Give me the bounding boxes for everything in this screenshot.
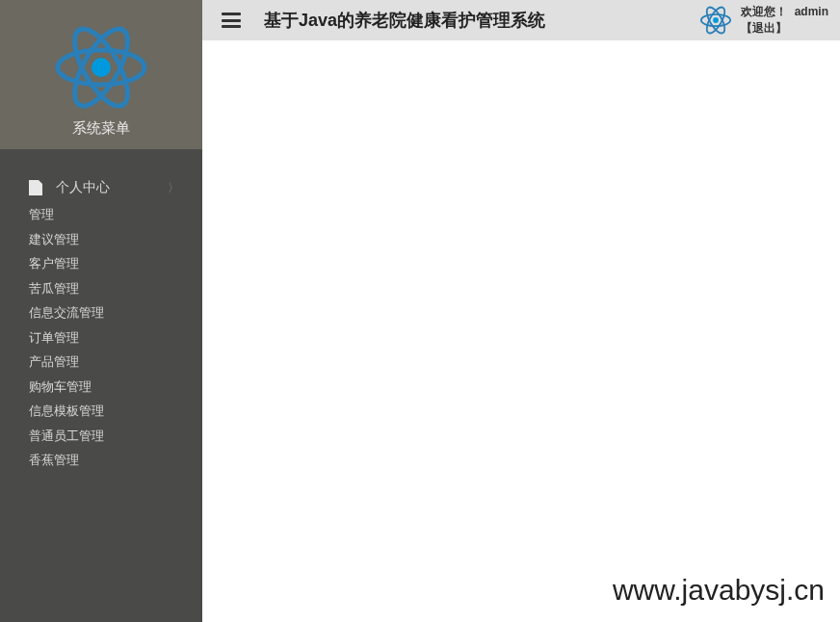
svg-point-3 bbox=[92, 58, 111, 77]
topbar: 基于Java的养老院健康看护管理系统 欢迎您！ admin 【退出】 bbox=[202, 0, 840, 40]
watermark: www.javabysj.cn bbox=[613, 574, 825, 607]
chevron-right-icon: 〉 bbox=[168, 180, 179, 196]
user-text: 欢迎您！ admin 【退出】 bbox=[741, 4, 828, 37]
app-logo bbox=[53, 19, 149, 116]
menu-item-banana[interactable]: 香蕉管理 bbox=[0, 448, 202, 473]
sidebar-title: 系统菜单 bbox=[72, 119, 130, 138]
sidebar-menu: 个人中心 〉 管理 建议管理 客户管理 苦瓜管理 信息交流管理 订单管理 产品管… bbox=[0, 149, 202, 473]
menu-item-product[interactable]: 产品管理 bbox=[0, 350, 202, 375]
menu-item-info-template[interactable]: 信息模板管理 bbox=[0, 399, 202, 424]
logout-link[interactable]: 【退出】 bbox=[741, 20, 828, 37]
menu-item-personal-center[interactable]: 个人中心 〉 bbox=[0, 173, 202, 202]
app-title: 基于Java的养老院健康看护管理系统 bbox=[264, 9, 698, 32]
menu-item-cart[interactable]: 购物车管理 bbox=[0, 375, 202, 400]
menu-parent-label: 个人中心 bbox=[56, 179, 110, 196]
welcome-prefix: 欢迎您！ bbox=[741, 5, 787, 18]
menu-item-order[interactable]: 订单管理 bbox=[0, 325, 202, 350]
hamburger-menu-icon[interactable] bbox=[222, 13, 241, 28]
menu-item-info-exchange[interactable]: 信息交流管理 bbox=[0, 300, 202, 325]
menu-item-kugua[interactable]: 苦瓜管理 bbox=[0, 276, 202, 301]
menu-item-staff[interactable]: 普通员工管理 bbox=[0, 424, 202, 449]
file-icon bbox=[29, 180, 42, 195]
main-content bbox=[202, 40, 840, 622]
user-avatar-icon bbox=[698, 3, 733, 38]
sidebar: 系统菜单 个人中心 〉 管理 建议管理 客户管理 苦瓜管理 信息交流管理 订单管… bbox=[0, 0, 202, 622]
menu-item-manage[interactable]: 管理 bbox=[0, 202, 202, 227]
menu-item-suggestion[interactable]: 建议管理 bbox=[0, 227, 202, 252]
user-area: 欢迎您！ admin 【退出】 bbox=[698, 3, 828, 38]
welcome-text: 欢迎您！ admin bbox=[741, 4, 828, 20]
username: admin bbox=[795, 5, 828, 18]
menu-item-customer[interactable]: 客户管理 bbox=[0, 251, 202, 276]
svg-point-7 bbox=[713, 17, 719, 23]
sidebar-header: 系统菜单 bbox=[0, 0, 202, 149]
